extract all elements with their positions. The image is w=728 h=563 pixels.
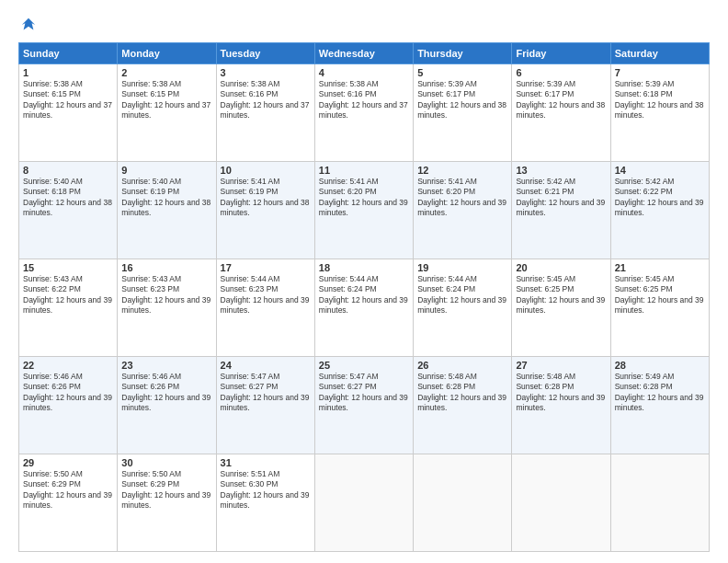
calendar-cell: 9Sunrise: 5:40 AMSunset: 6:19 PMDaylight… (118, 162, 216, 259)
day-number: 19 (417, 262, 507, 273)
cell-info: Sunrise: 5:39 AMSunset: 6:17 PMDaylight:… (417, 79, 506, 120)
day-number: 8 (23, 165, 113, 176)
calendar-cell (414, 454, 512, 552)
calendar-cell: 25Sunrise: 5:47 AMSunset: 6:27 PMDayligh… (314, 357, 413, 454)
calendar-cell: 13Sunrise: 5:42 AMSunset: 6:21 PMDayligh… (512, 162, 610, 259)
cell-info: Sunrise: 5:48 AMSunset: 6:28 PMDaylight:… (516, 372, 605, 412)
calendar-cell: 6Sunrise: 5:39 AMSunset: 6:17 PMDaylight… (512, 64, 610, 162)
calendar-cell: 8Sunrise: 5:40 AMSunset: 6:18 PMDaylight… (19, 162, 118, 259)
calendar-week-row: 29Sunrise: 5:50 AMSunset: 6:29 PMDayligh… (19, 454, 710, 552)
calendar-cell: 21Sunrise: 5:45 AMSunset: 6:25 PMDayligh… (610, 259, 709, 357)
cell-info: Sunrise: 5:51 AMSunset: 6:30 PMDaylight:… (221, 469, 310, 510)
calendar-cell (314, 454, 413, 552)
calendar-week-row: 15Sunrise: 5:43 AMSunset: 6:22 PMDayligh… (19, 259, 710, 357)
cell-info: Sunrise: 5:38 AMSunset: 6:15 PMDaylight:… (121, 79, 210, 120)
day-number: 30 (121, 457, 211, 468)
day-number: 20 (516, 262, 606, 273)
cell-info: Sunrise: 5:40 AMSunset: 6:18 PMDaylight:… (23, 177, 112, 217)
calendar-cell: 15Sunrise: 5:43 AMSunset: 6:22 PMDayligh… (19, 259, 118, 357)
day-number: 25 (319, 360, 409, 371)
cell-info: Sunrise: 5:38 AMSunset: 6:15 PMDaylight:… (23, 79, 112, 120)
day-header-wednesday: Wednesday (314, 43, 413, 64)
day-number: 31 (221, 457, 311, 468)
header (18, 17, 710, 33)
page: SundayMondayTuesdayWednesdayThursdayFrid… (0, 0, 728, 563)
cell-info: Sunrise: 5:50 AMSunset: 6:29 PMDaylight:… (121, 469, 210, 510)
day-number: 4 (319, 67, 409, 78)
cell-info: Sunrise: 5:46 AMSunset: 6:26 PMDaylight:… (121, 372, 210, 412)
calendar-cell (610, 454, 709, 552)
cell-info: Sunrise: 5:41 AMSunset: 6:20 PMDaylight:… (417, 177, 506, 217)
calendar-cell: 26Sunrise: 5:48 AMSunset: 6:28 PMDayligh… (414, 357, 512, 454)
cell-info: Sunrise: 5:45 AMSunset: 6:25 PMDaylight:… (615, 274, 704, 315)
day-number: 7 (615, 67, 705, 78)
day-number: 26 (417, 360, 507, 371)
day-number: 24 (221, 360, 311, 371)
calendar-cell: 22Sunrise: 5:46 AMSunset: 6:26 PMDayligh… (19, 357, 118, 454)
calendar-cell: 3Sunrise: 5:38 AMSunset: 6:16 PMDaylight… (216, 64, 314, 162)
day-number: 28 (615, 360, 705, 371)
calendar-cell: 19Sunrise: 5:44 AMSunset: 6:24 PMDayligh… (414, 259, 512, 357)
cell-info: Sunrise: 5:40 AMSunset: 6:19 PMDaylight:… (121, 177, 210, 217)
logo-bird-icon (20, 17, 37, 33)
cell-info: Sunrise: 5:41 AMSunset: 6:20 PMDaylight:… (319, 177, 408, 217)
calendar-cell: 1Sunrise: 5:38 AMSunset: 6:15 PMDaylight… (19, 64, 118, 162)
cell-info: Sunrise: 5:39 AMSunset: 6:18 PMDaylight:… (615, 79, 704, 120)
calendar-cell (512, 454, 610, 552)
day-number: 3 (221, 67, 311, 78)
calendar-header-row: SundayMondayTuesdayWednesdayThursdayFrid… (19, 43, 710, 64)
calendar-cell: 10Sunrise: 5:41 AMSunset: 6:19 PMDayligh… (216, 162, 314, 259)
calendar-cell: 30Sunrise: 5:50 AMSunset: 6:29 PMDayligh… (118, 454, 216, 552)
day-number: 27 (516, 360, 606, 371)
calendar-body: 1Sunrise: 5:38 AMSunset: 6:15 PMDaylight… (19, 64, 710, 552)
day-number: 5 (417, 67, 507, 78)
cell-info: Sunrise: 5:39 AMSunset: 6:17 PMDaylight:… (516, 79, 605, 120)
cell-info: Sunrise: 5:38 AMSunset: 6:16 PMDaylight:… (319, 79, 408, 120)
calendar-week-row: 1Sunrise: 5:38 AMSunset: 6:15 PMDaylight… (19, 64, 710, 162)
cell-info: Sunrise: 5:42 AMSunset: 6:21 PMDaylight:… (516, 177, 605, 217)
calendar-cell: 5Sunrise: 5:39 AMSunset: 6:17 PMDaylight… (414, 64, 512, 162)
calendar-cell: 23Sunrise: 5:46 AMSunset: 6:26 PMDayligh… (118, 357, 216, 454)
calendar-cell: 11Sunrise: 5:41 AMSunset: 6:20 PMDayligh… (314, 162, 413, 259)
calendar-cell: 2Sunrise: 5:38 AMSunset: 6:15 PMDaylight… (118, 64, 216, 162)
day-number: 23 (121, 360, 211, 371)
day-header-sunday: Sunday (19, 43, 118, 64)
day-header-monday: Monday (118, 43, 216, 64)
cell-info: Sunrise: 5:38 AMSunset: 6:16 PMDaylight:… (221, 79, 310, 120)
calendar-cell: 7Sunrise: 5:39 AMSunset: 6:18 PMDaylight… (610, 64, 709, 162)
day-number: 2 (121, 67, 211, 78)
day-number: 11 (319, 165, 409, 176)
day-number: 13 (516, 165, 606, 176)
cell-info: Sunrise: 5:44 AMSunset: 6:24 PMDaylight:… (319, 274, 408, 315)
day-number: 15 (23, 262, 113, 273)
day-number: 12 (417, 165, 507, 176)
calendar-cell: 27Sunrise: 5:48 AMSunset: 6:28 PMDayligh… (512, 357, 610, 454)
calendar-cell: 28Sunrise: 5:49 AMSunset: 6:28 PMDayligh… (610, 357, 709, 454)
day-header-saturday: Saturday (610, 43, 709, 64)
day-number: 9 (121, 165, 211, 176)
cell-info: Sunrise: 5:48 AMSunset: 6:28 PMDaylight:… (417, 372, 506, 412)
day-header-tuesday: Tuesday (216, 43, 314, 64)
calendar-cell: 4Sunrise: 5:38 AMSunset: 6:16 PMDaylight… (314, 64, 413, 162)
day-number: 10 (221, 165, 311, 176)
cell-info: Sunrise: 5:45 AMSunset: 6:25 PMDaylight:… (516, 274, 605, 315)
day-number: 6 (516, 67, 606, 78)
cell-info: Sunrise: 5:43 AMSunset: 6:22 PMDaylight:… (23, 274, 112, 315)
cell-info: Sunrise: 5:44 AMSunset: 6:24 PMDaylight:… (417, 274, 506, 315)
cell-info: Sunrise: 5:50 AMSunset: 6:29 PMDaylight:… (23, 469, 112, 510)
cell-info: Sunrise: 5:42 AMSunset: 6:22 PMDaylight:… (615, 177, 704, 217)
day-number: 17 (221, 262, 311, 273)
calendar-cell: 24Sunrise: 5:47 AMSunset: 6:27 PMDayligh… (216, 357, 314, 454)
day-header-thursday: Thursday (414, 43, 512, 64)
cell-info: Sunrise: 5:47 AMSunset: 6:27 PMDaylight:… (319, 372, 408, 412)
cell-info: Sunrise: 5:41 AMSunset: 6:19 PMDaylight:… (221, 177, 310, 217)
calendar-cell: 20Sunrise: 5:45 AMSunset: 6:25 PMDayligh… (512, 259, 610, 357)
cell-info: Sunrise: 5:46 AMSunset: 6:26 PMDaylight:… (23, 372, 112, 412)
calendar-week-row: 22Sunrise: 5:46 AMSunset: 6:26 PMDayligh… (19, 357, 710, 454)
calendar-cell: 17Sunrise: 5:44 AMSunset: 6:23 PMDayligh… (216, 259, 314, 357)
day-number: 14 (615, 165, 705, 176)
cell-info: Sunrise: 5:44 AMSunset: 6:23 PMDaylight:… (221, 274, 310, 315)
calendar-cell: 12Sunrise: 5:41 AMSunset: 6:20 PMDayligh… (414, 162, 512, 259)
day-number: 16 (121, 262, 211, 273)
cell-info: Sunrise: 5:47 AMSunset: 6:27 PMDaylight:… (221, 372, 310, 412)
